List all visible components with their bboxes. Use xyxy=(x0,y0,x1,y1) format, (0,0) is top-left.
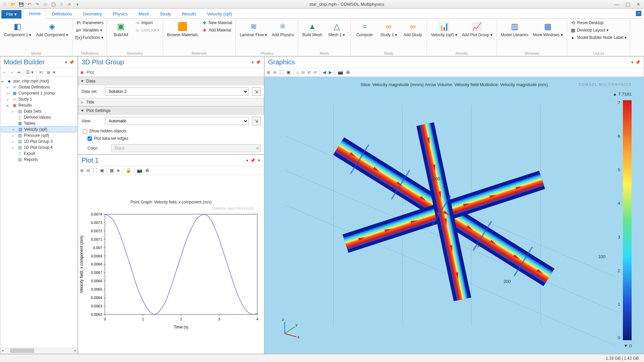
pane-dropdown-icon[interactable]: ▾ xyxy=(631,60,633,65)
dataset-select[interactable]: Solution 2 xyxy=(105,87,249,96)
tree-node[interactable]: ▦Tables xyxy=(1,120,77,126)
section-plot-settings[interactable]: ▾Plot Settings xyxy=(78,106,264,115)
tree-node[interactable]: ⇪Export xyxy=(1,150,77,157)
tree-node[interactable]: ▹▧Pressure (spf) xyxy=(1,132,77,138)
pin-icon[interactable]: 📌 xyxy=(69,60,74,65)
model-libraries-button[interactable]: ▥Model Libraries xyxy=(500,20,529,38)
redo-icon[interactable]: ↷ xyxy=(34,1,40,7)
add-component-button[interactable]: ◈Add Component ▾ xyxy=(35,20,69,38)
lock-icon[interactable]: 🔒 xyxy=(126,168,131,173)
open-icon[interactable]: 📂 xyxy=(10,1,16,7)
nav-back-icon[interactable]: ← xyxy=(2,70,7,75)
zoom-in-icon[interactable]: ⊕ xyxy=(80,168,84,173)
select-icon[interactable]: ◀ xyxy=(323,70,326,75)
new-icon[interactable]: 🗋 xyxy=(2,1,8,7)
pane-dropdown-icon[interactable]: ▾ xyxy=(246,158,248,163)
tab-definitions[interactable]: Definitions xyxy=(46,9,77,18)
section-data[interactable]: ▾Data xyxy=(78,77,264,85)
tab-physics[interactable]: Physics xyxy=(107,9,133,18)
tab-velocity-spf[interactable]: Velocity (spf) xyxy=(202,9,237,18)
nav-fwd-icon[interactable]: → xyxy=(9,70,14,75)
qat-more-icon[interactable]: ▾ xyxy=(74,1,80,7)
xy-view-icon[interactable]: xy xyxy=(302,70,305,74)
tree-node[interactable]: ▹▤Data Sets xyxy=(1,108,77,114)
tab-results[interactable]: Results xyxy=(176,9,202,18)
pin-icon[interactable]: 📌 xyxy=(256,60,261,65)
plot-icon[interactable]: ◉ xyxy=(80,70,84,75)
pin-icon[interactable]: 📌 xyxy=(250,158,255,163)
tree-node[interactable]: ▹▧Velocity (spf) xyxy=(1,126,77,132)
default-view-icon[interactable]: ⌂ xyxy=(296,70,299,75)
zoom-in-icon[interactable]: ⊕ xyxy=(267,70,270,75)
tree-node[interactable]: ▹∞Study 1 xyxy=(1,96,77,102)
zoom-box-icon[interactable]: ▣ xyxy=(286,70,290,75)
close-icon[interactable]: ✕ xyxy=(257,158,261,163)
add-plot-group-button[interactable]: 📈Add Plot Group ▾ xyxy=(461,20,493,38)
tree-node[interactable]: ▸◆star_chip.mph (root) xyxy=(1,78,77,84)
zoom-extents-icon[interactable]: ⛶ xyxy=(93,168,97,173)
import-button[interactable]: ⇥Import xyxy=(135,20,159,25)
tab-study[interactable]: Study xyxy=(155,9,176,18)
tree-node[interactable]: ▹≡Global Definitions xyxy=(1,84,77,90)
livelink-button[interactable]: ∞LiveLink ▾ xyxy=(135,27,159,33)
collapse-icon[interactable]: ☰ ▾ xyxy=(26,70,34,75)
copy-icon[interactable]: ⧉ xyxy=(42,1,48,7)
graphics-view[interactable]: Slice: Velocity magnitude (mm/s) Arrow V… xyxy=(265,77,644,354)
browse-materials-button[interactable]: 🟧Browse Materials xyxy=(166,20,199,38)
add-study-button[interactable]: ∞Add Study xyxy=(402,20,423,38)
tab-geometry[interactable]: Geometry xyxy=(77,9,107,18)
yz-view-icon[interactable]: yz xyxy=(308,70,311,74)
new-material-button[interactable]: ✚New Material xyxy=(202,20,232,25)
tree-more-icon[interactable]: ▾ xyxy=(53,70,55,75)
pane-dropdown-icon[interactable]: ▾ xyxy=(65,60,67,65)
more-windows-button[interactable]: ▦More Windows ▾ xyxy=(532,20,564,38)
plot-edges-checkbox[interactable]: Plot data set edges xyxy=(78,135,264,142)
collapse-all-icon[interactable]: ≣ xyxy=(47,70,50,75)
horizontal-scrollbar[interactable]: ◂▸ xyxy=(0,348,77,354)
duplicate-icon[interactable]: ⎘ xyxy=(58,1,64,7)
build-all-button[interactable]: ▣Build All xyxy=(110,20,131,38)
snapshot-icon[interactable]: 📷 xyxy=(338,70,343,75)
view-select[interactable]: Automatic xyxy=(105,117,249,125)
section-title[interactable]: ▹Title xyxy=(78,98,264,106)
add-physics-button[interactable]: ⚛Add Physics xyxy=(271,20,294,38)
tree-node[interactable]: ▸▣Results xyxy=(1,102,77,108)
close-icon[interactable]: ✕ xyxy=(635,1,642,7)
laminar-flow-button[interactable]: ≋Laminar Flow ▾ xyxy=(239,20,268,38)
tree-node[interactable]: ∑Derived Values xyxy=(1,114,77,120)
xz-view-icon[interactable]: xz xyxy=(314,70,317,74)
build-mesh-button[interactable]: ▲Build Mesh xyxy=(302,20,323,38)
legend-icon[interactable]: ≣ xyxy=(116,168,120,173)
expand-all-icon[interactable]: ≡↕ xyxy=(39,70,44,75)
velocity-plot-button[interactable]: 📊Velocity (spf) ▾ xyxy=(430,20,458,38)
zoom-extents-icon[interactable]: ⛶ xyxy=(279,70,284,75)
zoom-out-icon[interactable]: ⊖ xyxy=(273,70,277,75)
parameters-button[interactable]: PiParameters xyxy=(76,20,103,25)
maximize-icon[interactable]: ▢ xyxy=(624,1,632,7)
tree-node[interactable]: ▤Reports xyxy=(1,157,77,163)
grid-icon[interactable]: ▦ xyxy=(110,168,114,173)
tree-node[interactable]: ▹▦Component 1 (comp xyxy=(1,90,77,96)
pin-icon[interactable]: 📌 xyxy=(635,60,640,65)
file-menu[interactable]: File ▾ xyxy=(1,10,21,18)
node-label-button[interactable]: ▸Model Builder Node Label ▾ xyxy=(571,35,627,40)
mesh-1-button[interactable]: △Mesh 1 ▾ xyxy=(326,20,347,38)
paste-icon[interactable]: 📋 xyxy=(50,1,56,7)
add-material-button[interactable]: ✚Add Material xyxy=(202,27,232,33)
tree-node[interactable]: ▹▧1D Plot Group 4 xyxy=(1,144,77,150)
goto-dataset-icon[interactable]: ⇲ xyxy=(252,87,261,96)
show-hidden-checkbox[interactable]: Show hidden objects xyxy=(78,127,264,135)
print-icon[interactable]: 🖶 xyxy=(346,70,350,75)
desktop-layout-button[interactable]: ▦Desktop Layout ▾ xyxy=(571,27,608,33)
color-select[interactable]: Black xyxy=(111,144,261,152)
tree-node[interactable]: ▹▧1D Plot Group 3 xyxy=(1,138,77,144)
snapshot-icon[interactable]: 📷 xyxy=(137,168,142,173)
functions-button[interactable]: f(x)Functions ▾ xyxy=(76,35,103,40)
print-icon[interactable]: 🖶 xyxy=(145,168,149,173)
delete-icon[interactable]: ✕ xyxy=(66,1,72,7)
tab-home[interactable]: Home xyxy=(23,9,47,19)
save-icon[interactable]: 💾 xyxy=(18,1,24,7)
zoom-box-icon[interactable]: ▣ xyxy=(100,168,104,173)
deselect-icon[interactable]: ▶ xyxy=(329,70,332,75)
tab-mesh[interactable]: Mesh xyxy=(133,9,155,18)
